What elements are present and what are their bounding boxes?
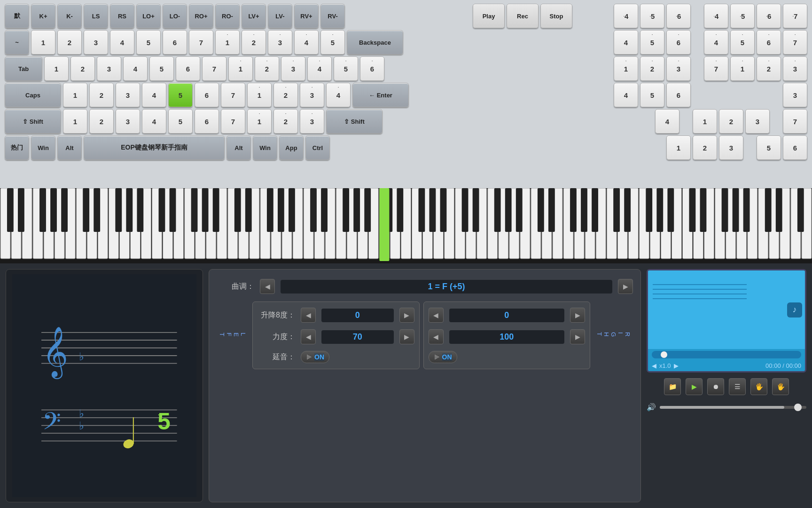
octave-left-next[interactable]: ▶ [399, 308, 414, 323]
key-r3-5[interactable]: ·5 [640, 30, 664, 55]
key-4-3b[interactable]: ·3 [300, 83, 324, 107]
key-r5-3[interactable]: ·3 [666, 56, 691, 81]
key-2-5b[interactable]: ·5 [320, 30, 345, 55]
transport-folder[interactable]: 📁 [664, 378, 681, 395]
lcd-prev-icon[interactable]: ◀ [652, 362, 656, 369]
key-2-7[interactable]: 7 [189, 30, 213, 55]
key-tab[interactable]: Tab [5, 56, 42, 81]
key-3-5[interactable]: 5 [149, 56, 174, 81]
key-2-2[interactable]: 2 [57, 30, 82, 55]
key-r9-2[interactable]: 2 [693, 135, 717, 160]
velocity-right-prev[interactable]: ◀ [429, 329, 444, 344]
key-next-button[interactable]: ▶ [618, 279, 633, 294]
lcd-next-icon[interactable]: ▶ [674, 362, 679, 369]
key-r6-7[interactable]: ·7 [704, 56, 728, 81]
key-r8-4[interactable]: 4 [655, 109, 679, 134]
key-win-right[interactable]: Win [253, 135, 277, 160]
key-2-2b[interactable]: ·2 [242, 30, 266, 55]
key-r2-4[interactable]: ·4 [704, 4, 728, 28]
key-r7-6[interactable]: 6 [666, 83, 691, 107]
key-roplus[interactable]: RO+ [189, 4, 213, 28]
key-rvminus[interactable]: RV- [320, 4, 345, 28]
key-caps[interactable]: Caps [5, 83, 61, 107]
key-shift-left[interactable]: ⇧ Shift [5, 109, 61, 134]
key-2-3[interactable]: 3 [84, 30, 108, 55]
key-r4-7[interactable]: ·7 [783, 30, 807, 55]
key-r6-1[interactable]: ·1 [730, 56, 755, 81]
key-4-1[interactable]: 1 [63, 83, 87, 107]
play-button[interactable]: Play [473, 4, 505, 28]
key-r7-3b[interactable]: 3 [783, 83, 807, 107]
key-4-2[interactable]: 2 [89, 83, 114, 107]
key-3-2[interactable]: 2 [70, 56, 95, 81]
key-5-5[interactable]: 5 [168, 109, 193, 134]
key-enter[interactable]: ← Enter [352, 83, 409, 107]
transport-play[interactable]: ▶ [686, 378, 703, 395]
key-3-7[interactable]: 7 [202, 56, 226, 81]
key-r9-1[interactable]: 1 [666, 135, 691, 160]
key-4-2b[interactable]: ·2 [273, 83, 298, 107]
key-alt-left[interactable]: Alt [57, 135, 82, 160]
stop-button[interactable]: Stop [540, 4, 572, 28]
key-prev-button[interactable]: ◀ [260, 279, 275, 294]
key-hotkey[interactable]: 热门 [5, 135, 29, 160]
key-shift-right[interactable]: ⇧ Shift [326, 109, 383, 134]
key-backspace[interactable]: Backspace [347, 30, 403, 55]
key-5-4[interactable]: 4 [142, 109, 166, 134]
key-4-4b[interactable]: ·4 [326, 83, 351, 107]
velocity-left-next[interactable]: ▶ [399, 329, 414, 344]
octave-left-prev[interactable]: ◀ [301, 308, 316, 323]
key-5-3[interactable]: 3 [116, 109, 140, 134]
volume-slider[interactable] [660, 406, 806, 409]
key-5-7[interactable]: 7 [221, 109, 245, 134]
key-rvplus[interactable]: RV+ [294, 4, 319, 28]
key-3-5b[interactable]: ·5 [334, 56, 358, 81]
key-rominus[interactable]: RO- [215, 4, 240, 28]
transport-right-hand[interactable]: 🖐 [772, 378, 789, 395]
key-r1-5[interactable]: ·5 [640, 4, 664, 28]
key-r5-1[interactable]: ·1 [614, 56, 638, 81]
lcd-progress-thumb[interactable] [661, 351, 667, 358]
key-ctrl[interactable]: Ctrl [305, 135, 330, 160]
key-2-3b[interactable]: ·3 [268, 30, 292, 55]
key-2-5[interactable]: 5 [136, 30, 161, 55]
octave-right-next[interactable]: ▶ [570, 308, 585, 323]
key-3-1b[interactable]: ·1 [228, 56, 253, 81]
key-r4-5[interactable]: ·5 [730, 30, 755, 55]
key-r9-5[interactable]: 5 [757, 135, 781, 160]
key-3-3b[interactable]: ·3 [281, 56, 305, 81]
key-2-4[interactable]: 4 [110, 30, 134, 55]
key-r7-4[interactable]: 4 [614, 83, 638, 107]
key-5-1b[interactable]: ·1 [247, 109, 272, 134]
key-win-left[interactable]: Win [31, 135, 55, 160]
key-5-6[interactable]: 6 [195, 109, 219, 134]
key-lvminus[interactable]: LV- [268, 4, 292, 28]
key-3-3[interactable]: 3 [97, 56, 121, 81]
key-2-4b[interactable]: ·4 [294, 30, 319, 55]
key-4-7[interactable]: 7 [221, 83, 245, 107]
key-r1-6[interactable]: ·6 [666, 4, 691, 28]
key-r4-4[interactable]: ·4 [704, 30, 728, 55]
key-4-4[interactable]: 4 [142, 83, 166, 107]
key-kminus[interactable]: K- [57, 4, 82, 28]
key-r8-1[interactable]: 1 [693, 109, 717, 134]
key-r2-7[interactable]: ·7 [783, 4, 807, 28]
key-kplus[interactable]: K+ [31, 4, 55, 28]
key-ls[interactable]: LS [84, 4, 108, 28]
key-3-6b[interactable]: ·6 [360, 56, 384, 81]
key-r5-2[interactable]: ·2 [640, 56, 664, 81]
transport-left-hand[interactable]: 🖐 [750, 378, 767, 395]
key-4-3[interactable]: 3 [116, 83, 140, 107]
key-tilde[interactable]: ~ [5, 30, 29, 55]
key-r8-3[interactable]: 3 [745, 109, 770, 134]
lcd-progress-bar[interactable] [652, 351, 801, 358]
key-r7-5[interactable]: 5 [640, 83, 664, 107]
key-3-6[interactable]: 6 [176, 56, 200, 81]
key-r9-6[interactable]: 6 [783, 135, 807, 160]
key-3-2b[interactable]: ·2 [255, 56, 279, 81]
key-2-1[interactable]: 1 [31, 30, 55, 55]
sustain-right-toggle[interactable]: ⫸ ON [429, 351, 457, 363]
key-3-4[interactable]: 4 [123, 56, 148, 81]
key-5-2[interactable]: 2 [89, 109, 114, 134]
key-r6-2[interactable]: ·2 [757, 56, 781, 81]
